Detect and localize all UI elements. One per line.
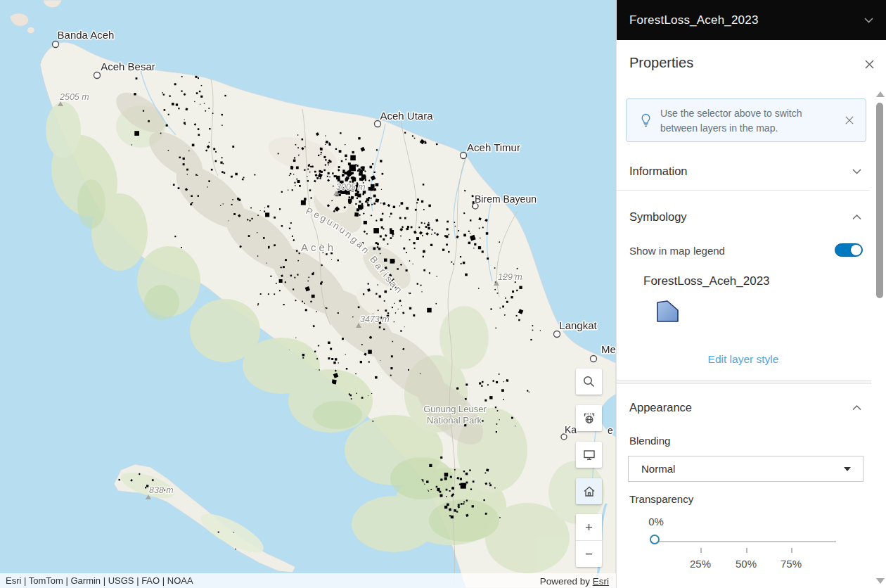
blending-select[interactable]: Normal [628, 456, 863, 482]
show-in-legend-toggle[interactable] [835, 243, 863, 257]
zoom-widget: + − [576, 514, 602, 567]
legend-layer-title: ForestLoss_Aceh_2023 [643, 274, 770, 288]
city-label-clipped: Med [601, 343, 616, 355]
basemap-button[interactable] [576, 405, 602, 431]
layer-selector[interactable]: ForestLoss_Aceh_2023 [617, 0, 886, 40]
section-information-label: Information [629, 165, 688, 178]
slider-tick [700, 548, 702, 553]
esri-link[interactable]: Esri [593, 576, 609, 587]
app-window: Banda Aceh Aceh Besar Aceh Utara Aceh Ti… [0, 0, 886, 588]
scroll-down-arrow[interactable] [876, 578, 885, 584]
blending-label: Blending [629, 435, 670, 447]
panel-title: Properties [629, 55, 693, 71]
section-symbology[interactable]: Symbology [617, 206, 870, 237]
show-in-legend-label: Show in map legend [629, 245, 725, 257]
peak-label: 3005 m [336, 182, 366, 192]
section-appearance-label: Appearance [629, 401, 692, 414]
city-label: Banda Aceh [58, 29, 115, 41]
chevron-up-icon [852, 215, 861, 220]
close-panel-button[interactable] [864, 59, 877, 72]
city-marker [94, 72, 101, 79]
powered-by: Powered by Esri [540, 576, 609, 587]
search-button[interactable] [576, 369, 602, 395]
search-icon [582, 375, 596, 388]
chevron-up-icon [852, 405, 861, 411]
island-small [27, 27, 35, 33]
hint-box: Use the selector above to switch between… [626, 98, 866, 142]
city-label: Aceh Utara [380, 110, 433, 122]
peak-label: 838 m [149, 485, 174, 495]
transparency-value: 0% [638, 516, 674, 528]
province-label: Aceh [301, 241, 336, 253]
chevron-down-icon [864, 18, 873, 23]
divider [617, 190, 870, 191]
city-label: Langkat [559, 319, 597, 331]
toggle-knob [851, 245, 861, 255]
attribution-bar: Esri | TomTom | Garmin | USGS | FAO | NO… [0, 573, 616, 588]
peak-label: 3473 m [360, 314, 390, 324]
hint-text: Use the selector above to switch between… [660, 106, 840, 135]
display-icon [582, 448, 596, 462]
properties-panel: ForestLoss_Aceh_2023 Properties Use the … [616, 0, 886, 588]
chevron-down-icon [852, 169, 861, 174]
tick-label-50: 50% [726, 558, 766, 570]
select-caret-icon [844, 467, 851, 471]
section-information[interactable]: Information [617, 160, 870, 191]
city-marker [53, 41, 59, 48]
home-button[interactable] [576, 478, 602, 504]
attribution-text: Esri | TomTom | Garmin | USGS | FAO | NO… [0, 575, 193, 586]
powered-by-prefix: Powered by [540, 576, 593, 587]
display-button[interactable] [576, 442, 602, 468]
transparency-slider-handle[interactable] [650, 535, 660, 544]
section-appearance[interactable]: Appearance [617, 397, 870, 428]
map-canvas[interactable]: Banda Aceh Aceh Besar Aceh Utara Aceh Ti… [0, 0, 616, 588]
zoom-out-button[interactable]: − [576, 541, 602, 567]
city-label: Aceh Besar [101, 60, 155, 72]
transparency-slider-track[interactable] [657, 541, 836, 542]
peak-label: 2505 m [59, 92, 89, 102]
dismiss-hint-button[interactable] [845, 115, 857, 128]
edit-layer-style-link[interactable]: Edit layer style [617, 353, 870, 366]
scrollbar-thumb[interactable] [876, 103, 883, 298]
tick-label-75: 75% [771, 558, 811, 570]
section-divider [617, 380, 871, 384]
city-label-fragment: e [608, 425, 613, 436]
legend-symbol-polygon [655, 300, 681, 326]
slider-tick [791, 548, 792, 553]
layer-selector-label: ForestLoss_Aceh_2023 [617, 13, 864, 27]
city-marker [554, 331, 560, 338]
basemap-icon [582, 411, 596, 426]
city-label: Aceh Timur [467, 141, 520, 153]
section-symbology-label: Symbology [629, 210, 687, 224]
city-label: Birem Bayeun [475, 193, 537, 205]
city-marker [461, 153, 467, 159]
scroll-up-arrow[interactable] [876, 91, 885, 97]
city-marker [591, 356, 597, 362]
blending-value: Normal [629, 463, 844, 475]
tick-label-25: 25% [681, 558, 720, 570]
peak-label: 129 m [498, 272, 522, 282]
park-label-line2: National Park [427, 415, 482, 426]
home-icon [582, 485, 596, 499]
transparency-label: Transparency [629, 493, 693, 505]
zoom-in-button[interactable]: + [576, 514, 602, 540]
basemap-svg: Banda Aceh Aceh Besar Aceh Utara Aceh Ti… [0, 0, 616, 588]
slider-tick [746, 548, 747, 553]
city-label-fragment: Ka [565, 424, 577, 435]
park-label-line1: Gunung Leuser [423, 404, 487, 414]
lightbulb-icon [641, 113, 651, 128]
